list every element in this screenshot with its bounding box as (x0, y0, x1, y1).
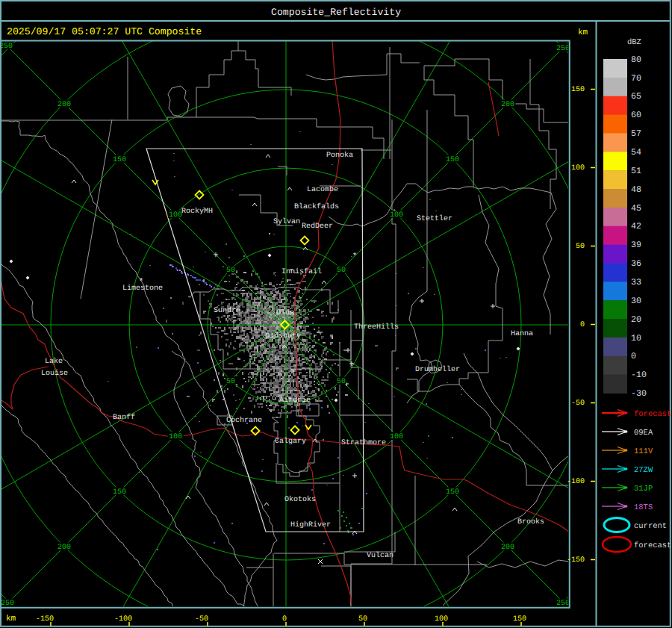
svg-text:-50: -50 (571, 400, 585, 408)
svg-text:100: 100 (435, 615, 448, 624)
svg-text:57: 57 (631, 128, 641, 139)
svg-text:111V: 111V (634, 447, 653, 456)
svg-text:50: 50 (226, 378, 235, 386)
svg-text:Limestone: Limestone (122, 284, 163, 293)
svg-text:09EA: 09EA (634, 429, 653, 438)
svg-text:Brooks: Brooks (517, 517, 544, 526)
svg-text:Louise: Louise (41, 369, 68, 378)
svg-text:250: 250 (0, 43, 13, 51)
svg-text:48: 48 (631, 184, 641, 195)
svg-text:Cochrane: Cochrane (226, 416, 262, 425)
svg-text:-150: -150 (567, 556, 585, 565)
svg-text:39: 39 (631, 240, 641, 250)
svg-text:60: 60 (631, 110, 641, 120)
svg-text:ThreeHills: ThreeHills (354, 323, 399, 332)
svg-text:-30: -30 (631, 388, 647, 399)
svg-text:33: 33 (631, 277, 641, 287)
svg-text:-10: -10 (631, 370, 647, 380)
svg-text:10: 10 (631, 333, 641, 343)
svg-text:70: 70 (631, 73, 641, 84)
svg-text:250: 250 (556, 45, 570, 53)
svg-text:0: 0 (580, 321, 585, 329)
svg-text:km: km (578, 28, 588, 37)
svg-text:Innisfail: Innisfail (281, 267, 322, 276)
svg-text:km: km (6, 615, 16, 624)
svg-text:50: 50 (226, 267, 235, 275)
svg-text:Okotoks: Okotoks (284, 495, 316, 504)
svg-text:50: 50 (337, 267, 346, 275)
svg-text:Strathmore: Strathmore (341, 438, 386, 447)
svg-text:RedDeer: RedDeer (302, 222, 333, 231)
svg-text:100: 100 (390, 211, 403, 220)
svg-text:150: 150 (113, 488, 126, 497)
svg-text:2025/09/17 05:07:27 UTC Compos: 2025/09/17 05:07:27 UTC Composite (7, 26, 202, 37)
svg-text:150: 150 (571, 86, 585, 94)
svg-text:0: 0 (631, 351, 636, 361)
svg-text:50: 50 (337, 378, 346, 386)
svg-text:200: 200 (57, 101, 71, 109)
svg-text:Didsbury: Didsbury (265, 332, 301, 341)
svg-text:150: 150 (446, 156, 459, 164)
svg-text:20: 20 (631, 314, 641, 325)
svg-text:31JP: 31JP (634, 485, 653, 494)
svg-text:42: 42 (631, 221, 641, 231)
svg-text:Stettler: Stettler (417, 214, 452, 223)
svg-text:HighRiver: HighRiver (290, 520, 331, 529)
svg-text:45: 45 (631, 203, 641, 214)
svg-text:100: 100 (169, 211, 182, 220)
svg-text:-50: -50 (195, 615, 208, 624)
svg-text:Airdrie: Airdrie (279, 396, 311, 405)
svg-text:150: 150 (513, 615, 526, 624)
svg-text:dBZ: dBZ (627, 38, 641, 47)
svg-text:150: 150 (446, 488, 459, 497)
svg-text:Drumheller: Drumheller (415, 365, 460, 374)
svg-text:27ZW: 27ZW (634, 466, 653, 475)
svg-text:Composite_Reflectivity: Composite_Reflectivity (271, 7, 401, 18)
svg-text:200: 200 (57, 544, 71, 552)
svg-text:100: 100 (169, 433, 182, 441)
svg-text:Lake: Lake (45, 357, 63, 366)
svg-text:Ponoka: Ponoka (326, 151, 353, 160)
svg-text:150: 150 (113, 156, 126, 164)
svg-text:80: 80 (631, 55, 641, 65)
svg-text:Olds: Olds (276, 308, 294, 317)
svg-text:current: current (634, 522, 667, 531)
svg-text:RockyMH: RockyMH (181, 207, 213, 216)
svg-text:50: 50 (576, 243, 585, 251)
svg-text:Hanna: Hanna (511, 330, 533, 338)
svg-text:forecast: forecast (634, 410, 671, 419)
svg-text:50: 50 (358, 615, 367, 624)
svg-text:Vulcan: Vulcan (367, 551, 393, 560)
svg-text:*: * (352, 252, 358, 261)
svg-text:200: 200 (501, 101, 514, 109)
svg-text:18TS: 18TS (634, 503, 653, 512)
svg-text:100: 100 (390, 433, 403, 441)
svg-text:Calgary: Calgary (275, 437, 306, 446)
svg-text:36: 36 (631, 258, 641, 269)
svg-text:Blackfalds: Blackfalds (294, 202, 339, 211)
svg-text:51: 51 (631, 166, 641, 176)
svg-text:30: 30 (631, 296, 641, 306)
svg-text:Sundre: Sundre (214, 306, 240, 315)
svg-text:Sylvan: Sylvan (273, 217, 300, 226)
svg-text:65: 65 (631, 91, 641, 102)
svg-text:200: 200 (501, 544, 514, 552)
svg-text:-100: -100 (567, 478, 585, 486)
svg-text:100: 100 (571, 164, 585, 172)
svg-text:Banff: Banff (113, 413, 135, 422)
svg-text:Lacombe: Lacombe (307, 185, 338, 194)
svg-text:forecast: forecast (634, 541, 671, 550)
svg-text:54: 54 (631, 147, 641, 158)
